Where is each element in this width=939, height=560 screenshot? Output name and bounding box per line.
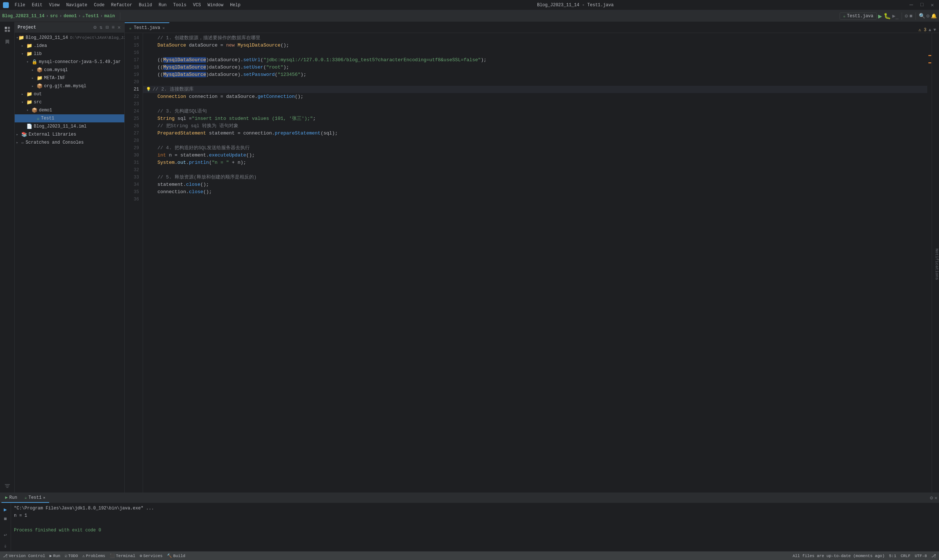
services-icon: ⚙ (140, 554, 142, 558)
code-text-15d: new (226, 42, 234, 49)
notifications-panel[interactable]: Notifications (932, 33, 939, 492)
notifications-button[interactable]: 🔔 (931, 13, 937, 19)
hint-icon-21[interactable]: 💡 (146, 86, 152, 93)
status-terminal[interactable]: ⬛ Terminal (109, 554, 135, 558)
bottom-panel: ▶ Run ☕ Test1 ✕ ⚙ ✕ ▶ ■ ↩ ⇓ "C:\Program … (0, 492, 939, 551)
run-action-icon[interactable]: ▶ (2, 505, 9, 514)
bookmarks-icon[interactable] (2, 36, 13, 48)
editor-area: ☕ Test1.java ✕ ⚠ 3 ▲ ▼ 14 15 16 17 18 19… (125, 22, 939, 492)
bottom-tab-run[interactable]: ▶ Run (2, 493, 21, 503)
menu-view[interactable]: View (46, 2, 63, 8)
status-run[interactable]: ▶ Run (49, 554, 60, 558)
tree-mysql-jar-item[interactable]: ▾ 🔒 mysql-connector-java-5.1.49.jar (15, 58, 124, 66)
minimize-button[interactable]: ─ (907, 2, 916, 8)
tab-close-button[interactable]: ✕ (162, 26, 165, 31)
idea-folder-icon: 📁 (26, 43, 32, 49)
terminal-line-1: "C:\Program Files\Java\jdk1.8.0_192\bin\… (14, 505, 936, 512)
tree-com-mysql-item[interactable]: ▸ 📦 com.mysql (15, 66, 124, 74)
status-problems[interactable]: ⚠ Problems (83, 554, 105, 558)
nav-up-button[interactable]: ▲ (929, 28, 931, 32)
project-panel: Project ⚙ ⇅ ⊟ ≡ ✕ ▾ 📁 Blog_J2023_11_14 D… (15, 22, 125, 492)
status-line-endings[interactable]: CRLF (901, 554, 910, 558)
menu-navigate[interactable]: Navigate (63, 2, 90, 8)
menu-refactor[interactable]: Refactor (108, 2, 135, 8)
menu-window[interactable]: Window (205, 2, 226, 8)
toolbar-right: ☕ Test1.java ▶ 🐛 ▶̲ ⚙ ■ 🔍 ⚙ 🔔 (840, 12, 937, 20)
menu-edit[interactable]: Edit (29, 2, 45, 8)
line-num-20: 20 (125, 78, 139, 86)
project-panel-collapse[interactable]: ⊟ (105, 23, 109, 31)
tree-scratches-item[interactable]: ▸ ✏ Scratches and Consoles (15, 138, 124, 146)
svg-rect-0 (5, 27, 7, 29)
wrap-action-icon[interactable]: ↩ (2, 531, 9, 539)
code-content[interactable]: // 1. 创建数据源，描述要操作的数据库在哪里 DataSource data… (143, 33, 927, 492)
status-build[interactable]: 🔨 Build (167, 554, 185, 558)
bottom-left-icons: ▶ ■ ↩ ⇓ (0, 503, 11, 551)
menu-code[interactable]: Code (91, 2, 108, 8)
status-services[interactable]: ⚙ Services (140, 554, 162, 558)
menu-vcs[interactable]: VCS (190, 2, 204, 8)
tree-org-gjt-item[interactable]: ▸ 📦 org.gjt.mm.mysql (15, 82, 124, 90)
tree-out-item[interactable]: ▸ 📁 out (15, 90, 124, 98)
iml-icon: 📄 (26, 123, 32, 129)
debug-button[interactable]: 🐛 (883, 12, 891, 20)
menu-run[interactable]: Run (156, 2, 170, 8)
code-text-25d: "insert into student values (101, '张三');… (192, 115, 313, 122)
bottom-close-button[interactable]: ✕ (934, 495, 937, 501)
editor-tab-test1[interactable]: ☕ Test1.java ✕ (125, 22, 170, 32)
bottom-tab-test1[interactable]: ☕ Test1 ✕ (21, 493, 49, 503)
menu-file[interactable]: File (12, 2, 28, 8)
run-button[interactable]: ▶ (878, 12, 882, 20)
build-button[interactable]: ⚙ (905, 13, 908, 19)
terminal-line-4: Process finished with exit code 0 (14, 527, 936, 534)
project-view-icon[interactable] (2, 23, 13, 35)
right-scrollbar[interactable] (927, 33, 932, 492)
coverage-button[interactable]: ▶̲ (893, 13, 899, 19)
tree-src-item[interactable]: ▾ 📁 src (15, 98, 124, 106)
settings-button[interactable]: ⚙ (927, 13, 930, 19)
stop-action-icon[interactable]: ■ (2, 515, 9, 523)
search-everywhere-button[interactable]: 🔍 (919, 13, 925, 19)
tree-iml-item[interactable]: ▸ 📄 Blog_J2023_11_14.iml (15, 122, 124, 131)
menu-bar: File Edit View Navigate Code Refactor Bu… (12, 2, 244, 8)
code-text-35a: connection.close(); (146, 188, 212, 196)
code-line-21: 💡 // 2. 连接数据库 (143, 86, 927, 93)
status-cursor-pos[interactable]: 5:1 (889, 554, 896, 558)
close-button[interactable]: ✕ (929, 2, 936, 8)
editor-tabs: ☕ Test1.java ✕ ⚠ 3 ▲ ▼ (125, 22, 939, 33)
line-num-27: 27 (125, 130, 139, 137)
code-text-26: // 把String sql 转换为 语句对象 (146, 122, 238, 130)
code-text-22b: Connection (157, 93, 186, 100)
structure-icon[interactable] (2, 480, 13, 492)
menu-tools[interactable]: Tools (170, 2, 189, 8)
meta-inf-label: META-INF (44, 75, 65, 81)
tree-test1-item[interactable]: ▸ ☕ Test1 (15, 114, 124, 122)
status-encoding[interactable]: UTF-8 (915, 554, 927, 558)
run-config-selector[interactable]: ☕ Test1.java (840, 12, 877, 20)
scroll-end-icon[interactable]: ⇓ (2, 542, 9, 550)
project-panel-gear[interactable]: ≡ (111, 24, 115, 31)
project-panel-settings[interactable]: ⚙ (93, 23, 97, 31)
vc-label: Version Control (9, 554, 45, 558)
stop-button[interactable]: ■ (909, 13, 912, 19)
tree-lib-item[interactable]: ▾ 📁 lib (15, 50, 124, 58)
tree-root-item[interactable]: ▾ 📁 Blog_J2023_11_14 D:\Project\JAVA\Blo… (15, 34, 124, 42)
test1-tab-close[interactable]: ✕ (43, 495, 45, 500)
demo1-arrow: ▾ (26, 108, 32, 112)
tree-external-item[interactable]: ▸ 📚 External Libraries (15, 131, 124, 138)
project-panel-sort[interactable]: ⇅ (99, 23, 103, 31)
status-todo[interactable]: ☑ TODO (65, 554, 78, 558)
bottom-settings-button[interactable]: ⚙ (930, 495, 933, 501)
menu-help[interactable]: Help (227, 2, 244, 8)
tree-meta-inf-item[interactable]: ▸ 📁 META-INF (15, 74, 124, 82)
line-num-34: 34 (125, 181, 139, 188)
maximize-button[interactable]: □ (918, 2, 925, 8)
status-version-control[interactable]: ⎇ Version Control (3, 554, 45, 558)
tree-demo1-item[interactable]: ▾ 📦 demo1 (15, 106, 124, 114)
project-panel-close[interactable]: ✕ (117, 23, 122, 31)
bottom-content: ▶ ■ ↩ ⇓ "C:\Program Files\Java\jdk1.8.0_… (0, 503, 939, 551)
tree-idea-item[interactable]: ▸ 📁 .idea (15, 42, 124, 50)
nav-down-button[interactable]: ▼ (933, 28, 936, 32)
menu-build[interactable]: Build (136, 2, 155, 8)
code-text-15a (146, 42, 157, 49)
